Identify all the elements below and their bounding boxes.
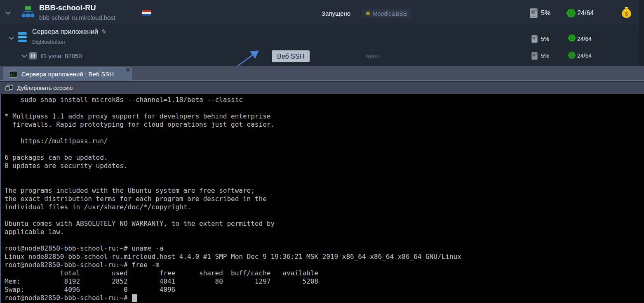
cloudlets-value: 24/64 bbox=[577, 36, 592, 42]
cloudlets-icon bbox=[566, 8, 576, 18]
terminal-prompt: root@node82850-bbb-school-ru:~# bbox=[5, 294, 132, 302]
web-ssh-terminal[interactable]: sudo snap install microk8s --channel=1.1… bbox=[0, 94, 644, 303]
node-tag-label: latest bbox=[365, 53, 379, 59]
billing-money-bag-icon[interactable]: $ bbox=[621, 7, 632, 19]
disk-usage-icon bbox=[530, 8, 538, 18]
terminal-output: sudo snap install microk8s --channel=1.1… bbox=[5, 96, 644, 294]
cloudlets-value: 24/64 bbox=[577, 52, 592, 59]
cloudlets-icon bbox=[568, 51, 576, 59]
app-server-layers-icon bbox=[17, 31, 27, 43]
environment-name: BBB-school-RU bbox=[39, 4, 96, 12]
layer-title: Сервера приложений bbox=[32, 28, 98, 36]
terminal-icon bbox=[9, 71, 17, 78]
duplicate-session-button[interactable]: Дублировать сессию bbox=[17, 85, 73, 91]
environment-icon bbox=[21, 6, 35, 18]
cloudlets-icon bbox=[568, 34, 576, 42]
node-icon bbox=[29, 52, 37, 59]
cloudlets-value: 24/64 bbox=[577, 9, 594, 17]
layer-subtitle: Bigbluebutton bbox=[32, 39, 65, 45]
environment-tag-badge[interactable]: Moodle&BBB bbox=[362, 9, 411, 18]
disk-usage-icon bbox=[531, 35, 538, 43]
environment-status: Запущено bbox=[322, 10, 350, 17]
chevron-down-icon[interactable] bbox=[5, 11, 11, 15]
rows-scrollbar[interactable] bbox=[639, 0, 644, 66]
tab-close-icon[interactable]: ✕ bbox=[125, 66, 130, 73]
web-ssh-tooltip: Веб SSH bbox=[272, 50, 310, 62]
duplicate-session-icon bbox=[5, 85, 13, 91]
terminal-prompt-line: root@node82850-bbb-school-ru:~# bbox=[5, 294, 644, 302]
edit-pencil-icon[interactable]: ✎ bbox=[101, 28, 107, 36]
disk-usage-value: 5% bbox=[541, 9, 550, 17]
app-root: BBB-school-RU bbb-school-ru.mircloud.hos… bbox=[0, 0, 644, 303]
app-servers-row[interactable]: Сервера приложений ✎ Bigbluebutton bbox=[0, 25, 644, 50]
environment-row[interactable]: BBB-school-RU bbb-school-ru.mircloud.hos… bbox=[0, 0, 644, 25]
session-toolbar: Дублировать сессию bbox=[0, 82, 644, 94]
tooltip-text: Веб SSH bbox=[277, 53, 304, 60]
disk-usage-icon bbox=[531, 52, 538, 60]
disk-usage-value: 5% bbox=[541, 36, 549, 42]
environment-domain[interactable]: bbb-school-ru.mircloud.host bbox=[39, 14, 115, 21]
tab-web-ssh[interactable]: Сервера приложений : Веб SSH ✕ bbox=[3, 67, 132, 81]
tag-dot-icon bbox=[366, 12, 370, 15]
disk-usage-value: 5% bbox=[541, 52, 549, 59]
terminal-cursor bbox=[132, 294, 137, 302]
region-flag-icon bbox=[142, 10, 151, 16]
environment-tag-label: Moodle&BBB bbox=[373, 10, 407, 17]
node-row[interactable]: ID узла: 82850 latest 5% 24/64 bbox=[0, 50, 644, 66]
tab-strip: Сервера приложений : Веб SSH ✕ bbox=[0, 66, 644, 81]
node-id-label: ID узла: 82850 bbox=[40, 52, 82, 59]
tab-label: Сервера приложений : Веб SSH bbox=[21, 71, 114, 78]
chevron-down-icon[interactable] bbox=[21, 54, 27, 58]
svg-text:$: $ bbox=[625, 11, 628, 17]
chevron-down-icon[interactable] bbox=[8, 36, 14, 40]
